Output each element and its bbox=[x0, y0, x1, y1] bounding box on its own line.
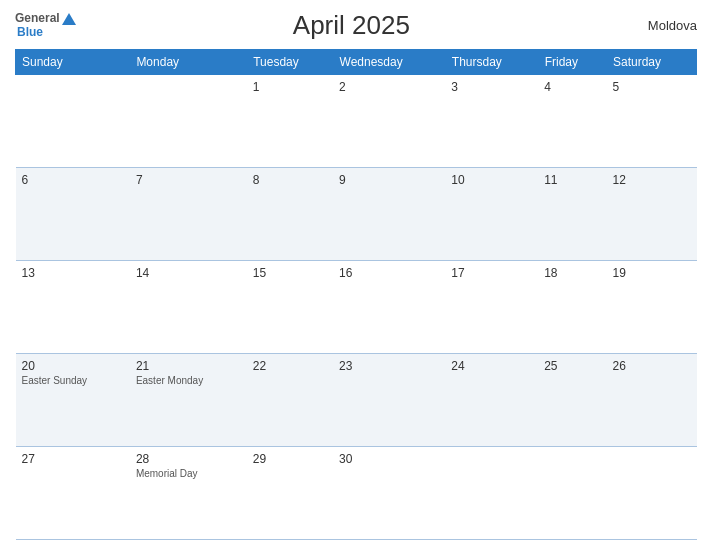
calendar-cell: 3 bbox=[445, 75, 538, 168]
day-number: 10 bbox=[451, 173, 532, 187]
calendar-cell: 10 bbox=[445, 168, 538, 261]
country-label: Moldova bbox=[627, 18, 697, 33]
calendar-cell: 2 bbox=[333, 75, 445, 168]
calendar-cell bbox=[538, 447, 606, 540]
calendar-cell: 1 bbox=[247, 75, 333, 168]
day-number: 23 bbox=[339, 359, 439, 373]
calendar-cell bbox=[130, 75, 247, 168]
calendar-body: 1234567891011121314151617181920Easter Su… bbox=[16, 75, 697, 540]
calendar-cell: 22 bbox=[247, 354, 333, 447]
day-number: 11 bbox=[544, 173, 600, 187]
header-friday: Friday bbox=[538, 50, 606, 75]
calendar-cell: 19 bbox=[606, 261, 696, 354]
day-number: 21 bbox=[136, 359, 241, 373]
day-number: 30 bbox=[339, 452, 439, 466]
calendar-cell: 29 bbox=[247, 447, 333, 540]
holiday-label: Easter Sunday bbox=[22, 375, 124, 386]
weekday-header-row: Sunday Monday Tuesday Wednesday Thursday… bbox=[16, 50, 697, 75]
holiday-label: Memorial Day bbox=[136, 468, 241, 479]
day-number: 24 bbox=[451, 359, 532, 373]
calendar-cell bbox=[16, 75, 130, 168]
holiday-label: Easter Monday bbox=[136, 375, 241, 386]
calendar-week-row: 2728Memorial Day2930 bbox=[16, 447, 697, 540]
header-sunday: Sunday bbox=[16, 50, 130, 75]
calendar-cell: 7 bbox=[130, 168, 247, 261]
calendar-cell: 25 bbox=[538, 354, 606, 447]
day-number: 28 bbox=[136, 452, 241, 466]
calendar-cell: 27 bbox=[16, 447, 130, 540]
day-number: 29 bbox=[253, 452, 327, 466]
calendar-cell: 8 bbox=[247, 168, 333, 261]
calendar-table: Sunday Monday Tuesday Wednesday Thursday… bbox=[15, 49, 697, 540]
calendar-cell: 17 bbox=[445, 261, 538, 354]
day-number: 9 bbox=[339, 173, 439, 187]
calendar-cell: 5 bbox=[606, 75, 696, 168]
day-number: 20 bbox=[22, 359, 124, 373]
header-wednesday: Wednesday bbox=[333, 50, 445, 75]
calendar-week-row: 20Easter Sunday21Easter Monday2223242526 bbox=[16, 354, 697, 447]
header-monday: Monday bbox=[130, 50, 247, 75]
calendar-cell: 16 bbox=[333, 261, 445, 354]
day-number: 3 bbox=[451, 80, 532, 94]
day-number: 7 bbox=[136, 173, 241, 187]
calendar-cell: 20Easter Sunday bbox=[16, 354, 130, 447]
day-number: 6 bbox=[22, 173, 124, 187]
calendar-cell: 23 bbox=[333, 354, 445, 447]
day-number: 25 bbox=[544, 359, 600, 373]
header-saturday: Saturday bbox=[606, 50, 696, 75]
day-number: 13 bbox=[22, 266, 124, 280]
calendar-week-row: 6789101112 bbox=[16, 168, 697, 261]
day-number: 18 bbox=[544, 266, 600, 280]
day-number: 1 bbox=[253, 80, 327, 94]
day-number: 15 bbox=[253, 266, 327, 280]
day-number: 19 bbox=[612, 266, 690, 280]
calendar-cell: 15 bbox=[247, 261, 333, 354]
calendar-cell: 6 bbox=[16, 168, 130, 261]
header-thursday: Thursday bbox=[445, 50, 538, 75]
calendar-cell: 12 bbox=[606, 168, 696, 261]
calendar-cell: 9 bbox=[333, 168, 445, 261]
calendar-header: General Blue April 2025 Moldova bbox=[15, 10, 697, 41]
day-number: 27 bbox=[22, 452, 124, 466]
logo: General Blue bbox=[15, 12, 76, 38]
calendar-title: April 2025 bbox=[76, 10, 627, 41]
day-number: 5 bbox=[612, 80, 690, 94]
day-number: 8 bbox=[253, 173, 327, 187]
calendar-cell: 14 bbox=[130, 261, 247, 354]
calendar-cell: 24 bbox=[445, 354, 538, 447]
calendar-cell bbox=[445, 447, 538, 540]
calendar-cell bbox=[606, 447, 696, 540]
calendar-cell: 13 bbox=[16, 261, 130, 354]
day-number: 12 bbox=[612, 173, 690, 187]
day-number: 26 bbox=[612, 359, 690, 373]
calendar-cell: 30 bbox=[333, 447, 445, 540]
calendar-cell: 21Easter Monday bbox=[130, 354, 247, 447]
day-number: 16 bbox=[339, 266, 439, 280]
calendar-cell: 18 bbox=[538, 261, 606, 354]
calendar-page: General Blue April 2025 Moldova Sunday M… bbox=[0, 0, 712, 550]
calendar-cell: 11 bbox=[538, 168, 606, 261]
day-number: 2 bbox=[339, 80, 439, 94]
header-tuesday: Tuesday bbox=[247, 50, 333, 75]
calendar-week-row: 12345 bbox=[16, 75, 697, 168]
calendar-cell: 4 bbox=[538, 75, 606, 168]
calendar-cell: 28Memorial Day bbox=[130, 447, 247, 540]
day-number: 4 bbox=[544, 80, 600, 94]
day-number: 22 bbox=[253, 359, 327, 373]
day-number: 14 bbox=[136, 266, 241, 280]
calendar-cell: 26 bbox=[606, 354, 696, 447]
calendar-week-row: 13141516171819 bbox=[16, 261, 697, 354]
day-number: 17 bbox=[451, 266, 532, 280]
